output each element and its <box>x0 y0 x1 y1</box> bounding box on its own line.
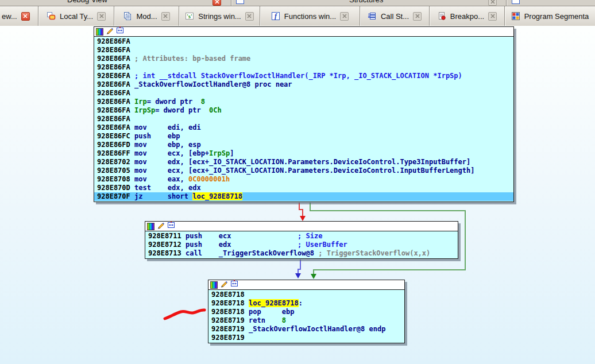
upper-tab-row: Debug View Structures <box>0 0 595 6</box>
functions-icon: f <box>271 11 280 21</box>
call-stack-icon <box>368 11 377 21</box>
node-color-icon[interactable] <box>210 281 218 289</box>
code-line[interactable]: 928E870D test edx, edx <box>94 184 513 192</box>
strings-icon: 's' <box>185 11 194 21</box>
tab-separator <box>506 0 507 6</box>
close-icon[interactable] <box>212 0 221 6</box>
code-line[interactable]: 928E8719 <box>208 334 404 342</box>
code-line[interactable]: 928E8718 loc_928E8718: <box>208 299 404 308</box>
code-line[interactable]: 928E8708 mov eax, 0C0000001h <box>94 175 513 184</box>
code-line[interactable]: 928E86FA ; int __stdcall StackOverflowIo… <box>94 72 513 80</box>
tab-breakpoints[interactable]: Breakpo... <box>429 6 504 26</box>
code-line[interactable]: 928E86FA <box>94 89 513 98</box>
tab-structures[interactable]: Structures <box>349 0 383 4</box>
node-color-icon[interactable] <box>147 223 154 230</box>
close-icon[interactable] <box>413 12 422 21</box>
svg-text:'s': 's' <box>187 13 193 20</box>
x-icon <box>247 14 252 18</box>
node-titlebar[interactable] <box>94 27 513 37</box>
code-line[interactable]: 928E8705 mov ecx, [ecx+_IO_STACK_LOCATIO… <box>94 166 513 175</box>
code-line[interactable]: 928E8702 mov edx, [ecx+_IO_STACK_LOCATIO… <box>94 158 513 166</box>
close-icon[interactable] <box>340 12 349 21</box>
x-icon <box>215 0 219 4</box>
basic-block-call[interactable]: 928E8711 push ecx ; Size928E8712 push ed… <box>145 221 458 259</box>
edge-true-arrowhead <box>311 274 316 279</box>
disassembly-listing: 928E8711 push ecx ; Size928E8712 push ed… <box>145 231 458 258</box>
edge-false-branch <box>299 203 303 216</box>
code-line[interactable]: 928E8712 push edx ; UserBuffer <box>145 241 458 249</box>
close-icon[interactable] <box>97 12 106 21</box>
code-line[interactable]: 928E86FC push ebp <box>94 132 513 141</box>
edit-pencil-icon[interactable] <box>220 280 228 290</box>
code-line[interactable]: 928E86FA Irp= dword ptr 8 <box>94 98 513 106</box>
node-titlebar[interactable] <box>145 222 458 231</box>
red-squiggle-annotation <box>165 310 204 319</box>
close-icon[interactable] <box>245 12 254 21</box>
graph-view-canvas[interactable]: 928E86FA928E86FA928E86FA ; Attributes: b… <box>0 26 595 364</box>
code-line[interactable]: 928E86FA mov edi, edi <box>94 123 513 132</box>
close-icon[interactable] <box>488 12 497 21</box>
window-tab-bar: ew... Local Ty... Mod... 's' Strings win… <box>0 6 595 26</box>
code-line[interactable]: 928E86FA <box>94 63 513 72</box>
x-icon <box>490 0 495 4</box>
code-line[interactable]: 928E86FA ; Attributes: bp-based frame <box>94 55 513 63</box>
code-line[interactable]: 928E86FA _StackOverflowIoctlHandler@8 pr… <box>94 80 513 89</box>
close-icon[interactable] <box>21 12 30 21</box>
edit-pencil-icon[interactable] <box>157 221 165 231</box>
node-titlebar[interactable] <box>208 280 404 290</box>
code-line[interactable]: 928E86FF mov ecx, [ebp+IrpSp] <box>94 149 513 158</box>
tab-separator <box>231 0 231 6</box>
edit-pencil-icon[interactable] <box>106 26 114 37</box>
tab-modules[interactable]: Mod... <box>114 6 179 26</box>
x-icon <box>342 14 347 18</box>
tab-ida-view[interactable]: ew... <box>0 6 38 26</box>
close-icon[interactable] <box>488 0 497 6</box>
code-line[interactable]: 928E8713 call _TriggerStackOverflow@8 ; … <box>145 249 458 258</box>
x-icon <box>99 14 104 18</box>
code-line[interactable]: 928E8719 _StackOverflowIoctlHandler@8 en… <box>208 325 404 334</box>
modules-icon <box>123 11 132 21</box>
disassembly-listing: 928E8718928E8718 loc_928E8718:928E8718 p… <box>208 290 404 343</box>
edge-false-arrowhead <box>300 216 306 221</box>
x-icon <box>163 14 168 18</box>
code-line[interactable]: 928E8718 <box>208 291 404 299</box>
local-types-icon <box>47 11 56 21</box>
tab-call-stack[interactable]: Call St... <box>360 6 429 26</box>
window-icon <box>511 0 520 6</box>
x-icon <box>23 14 28 18</box>
tab-debug-view[interactable]: Debug View <box>67 0 107 4</box>
code-line[interactable]: 928E86FD mov ebp, esp <box>94 141 513 149</box>
group-node-icon[interactable] <box>230 280 238 290</box>
edge-normal-arrowhead <box>295 273 301 278</box>
tab-functions[interactable]: f Functions win... <box>260 6 360 26</box>
x-icon <box>415 14 420 18</box>
window-icon <box>235 0 245 6</box>
code-line[interactable]: 928E8711 push ecx ; Size <box>145 232 458 241</box>
group-node-icon[interactable] <box>167 221 175 231</box>
code-line[interactable]: 928E86FA <box>94 46 513 55</box>
code-line[interactable]: 928E86FA <box>94 115 513 123</box>
code-line[interactable]: 928E86FA IrpSp= dword ptr 0Ch <box>94 106 513 115</box>
x-icon <box>490 14 495 18</box>
disassembly-listing: 928E86FA928E86FA928E86FA ; Attributes: b… <box>94 37 513 202</box>
program-segmentation-icon <box>511 11 520 21</box>
tab-strings[interactable]: 's' Strings win... <box>179 6 260 26</box>
tab-local-types[interactable]: Local Ty... <box>38 6 114 26</box>
breakpoints-icon <box>437 11 446 21</box>
node-color-icon[interactable] <box>96 28 103 36</box>
basic-block-entry[interactable]: 928E86FA928E86FA928E86FA ; Attributes: b… <box>94 26 514 202</box>
code-line[interactable]: 928E8719 retn 8 <box>208 316 404 325</box>
group-node-icon[interactable] <box>116 26 124 37</box>
tab-program-segmentation[interactable]: Program Segmenta <box>504 6 595 26</box>
code-line[interactable]: 928E86FA <box>94 37 513 46</box>
close-icon[interactable] <box>161 12 170 21</box>
code-line[interactable]: 928E8718 pop ebp <box>208 308 404 316</box>
code-line[interactable]: 928E870F jz short loc_928E8718 <box>94 192 513 201</box>
basic-block-return[interactable]: 928E8718928E8718 loc_928E8718:928E8718 p… <box>208 280 405 343</box>
edge-normal-flow <box>298 260 300 274</box>
